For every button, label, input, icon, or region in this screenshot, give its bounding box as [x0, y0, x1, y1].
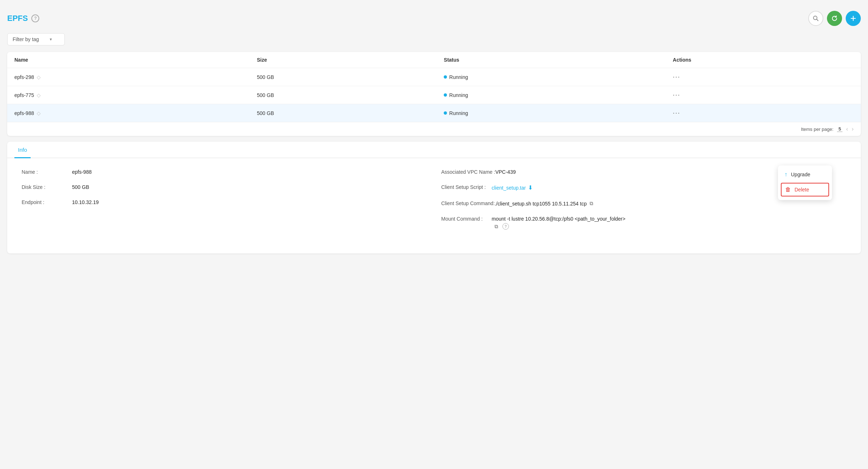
prev-page-button[interactable]: ‹ [846, 126, 848, 132]
status-dot [444, 111, 447, 115]
context-menu: ↑ Upgrade 🗑 Delete [778, 165, 832, 200]
row-actions-cell[interactable]: ··· [666, 68, 861, 86]
row-name-cell: epfs-775 ◇ [7, 86, 250, 104]
endpoint-value: 10.10.32.19 [72, 199, 99, 205]
row-name-value: epfs-775 [14, 92, 34, 98]
epfs-table-card: Name Size Status Actions epfs-298 ◇ 500 … [7, 52, 861, 136]
table-row: epfs-775 ◇ 500 GB Running ··· [7, 86, 861, 104]
col-name: Name [7, 52, 250, 68]
mount-label: Mount Command : [441, 216, 492, 222]
info-mount-row: Mount Command : mount -t lustre 10.20.56… [441, 216, 846, 230]
tag-icon: ◇ [37, 92, 41, 98]
status-dot [444, 93, 447, 97]
info-grid: Name : epfs-988 Disk Size : 500 GB Endpo… [22, 169, 846, 239]
col-status: Status [437, 52, 666, 68]
status-dot [444, 75, 447, 79]
client-cmd-label: Client Setup Command: [441, 200, 495, 206]
info-endpoint-row: Endpoint : 10.10.32.19 [22, 199, 427, 205]
upgrade-menu-item[interactable]: ↑ Upgrade [778, 168, 832, 181]
delete-icon: 🗑 [785, 186, 791, 193]
col-actions: Actions [666, 52, 861, 68]
download-icon: ⬇ [528, 184, 533, 191]
items-per-page-value: 5 [837, 126, 842, 132]
mount-copy-icon[interactable]: ⧉ [495, 224, 498, 230]
row-name-value: epfs-298 [14, 74, 34, 80]
info-disksize-row: Disk Size : 500 GB [22, 184, 427, 190]
delete-label: Delete [795, 187, 809, 193]
items-per-page-label: Items per page: [801, 127, 833, 132]
table-row: epfs-298 ◇ 500 GB Running ··· [7, 68, 861, 86]
status-label: Running [449, 92, 468, 98]
name-label: Name : [22, 169, 72, 175]
row-name-value: epfs-988 [14, 110, 34, 116]
info-left-col: Name : epfs-988 Disk Size : 500 GB Endpo… [22, 169, 427, 239]
row-status-cell: Running [437, 68, 666, 86]
next-page-button[interactable]: › [852, 126, 854, 132]
info-name-row: Name : epfs-988 [22, 169, 427, 175]
row-status-cell: Running [437, 86, 666, 104]
filter-row: Filter by tag ▾ [7, 33, 861, 45]
info-tabs: Info [7, 142, 861, 158]
client-setup-value: client_setup.tar ⬇ [492, 184, 533, 191]
table-row: epfs-988 ◇ 500 GB Running ··· [7, 104, 861, 122]
refresh-icon [831, 15, 838, 22]
help-icon[interactable]: ? [31, 14, 39, 22]
row-actions-cell[interactable]: ··· [666, 104, 861, 122]
chevron-down-icon: ▾ [50, 37, 52, 42]
row-name-cell: epfs-298 ◇ [7, 68, 250, 86]
status-label: Running [449, 74, 468, 80]
client-setup-link[interactable]: client_setup.tar ⬇ [492, 184, 533, 191]
filter-placeholder: Filter by tag [13, 36, 39, 42]
row-actions-cell[interactable]: ··· [666, 86, 861, 104]
upgrade-label: Upgrade [791, 172, 810, 177]
client-cmd-value: ./client_setup.sh tcp1055 10.5.11.254 tc… [495, 200, 593, 207]
tag-icon: ◇ [37, 110, 41, 116]
add-icon [850, 15, 856, 22]
info-client-cmd-row: Client Setup Command: ./client_setup.sh … [441, 200, 846, 207]
disk-size-value: 500 GB [72, 184, 89, 190]
search-button[interactable] [808, 11, 823, 26]
pagination-row: Items per page: 5 ‹ › [7, 122, 861, 136]
info-section: Info Name : epfs-988 Disk Size : 500 GB … [7, 142, 861, 253]
client-setup-label: Client Setup Script : [441, 184, 492, 190]
status-label: Running [449, 110, 468, 116]
page-header: EPFS ? [7, 7, 861, 33]
tab-info[interactable]: Info [14, 142, 31, 158]
row-size-cell: 500 GB [250, 104, 437, 122]
row-size-cell: 500 GB [250, 68, 437, 86]
row-status-cell: Running [437, 104, 666, 122]
add-button[interactable] [846, 11, 861, 26]
mount-value-container: mount -t lustre 10.20.56.8@tcp:/pfs0 <pa… [492, 216, 625, 230]
vpc-value: VPC-439 [495, 169, 516, 175]
col-size: Size [250, 52, 437, 68]
copy-icon[interactable]: ⧉ [590, 200, 593, 207]
client-setup-filename: client_setup.tar [492, 185, 526, 191]
header-right [808, 11, 861, 26]
svg-line-1 [817, 19, 818, 21]
filter-by-tag-dropdown[interactable]: Filter by tag ▾ [7, 33, 65, 45]
table-header-row: Name Size Status Actions [7, 52, 861, 68]
row-name-cell: epfs-988 ◇ [7, 104, 250, 122]
delete-menu-item[interactable]: 🗑 Delete [781, 183, 829, 196]
endpoint-label: Endpoint : [22, 199, 72, 205]
name-value: epfs-988 [72, 169, 91, 175]
row-size-cell: 500 GB [250, 86, 437, 104]
mount-value: mount -t lustre 10.20.56.8@tcp:/pfs0 <pa… [492, 216, 625, 222]
info-content: Name : epfs-988 Disk Size : 500 GB Endpo… [7, 158, 861, 243]
refresh-button[interactable] [827, 11, 842, 26]
actions-menu-trigger-active[interactable]: ··· [673, 109, 680, 116]
search-icon [813, 16, 819, 21]
page-title: EPFS [7, 14, 28, 23]
upgrade-icon: ↑ [784, 171, 787, 178]
disk-size-label: Disk Size : [22, 184, 72, 190]
vpc-label: Associated VPC Name : [441, 169, 495, 175]
epfs-table: Name Size Status Actions epfs-298 ◇ 500 … [7, 52, 861, 122]
mount-help-icon[interactable]: ? [502, 223, 509, 230]
actions-menu-trigger[interactable]: ··· [673, 91, 680, 98]
header-left: EPFS ? [7, 14, 39, 23]
actions-menu-trigger[interactable]: ··· [673, 73, 680, 80]
tag-icon: ◇ [37, 74, 41, 80]
